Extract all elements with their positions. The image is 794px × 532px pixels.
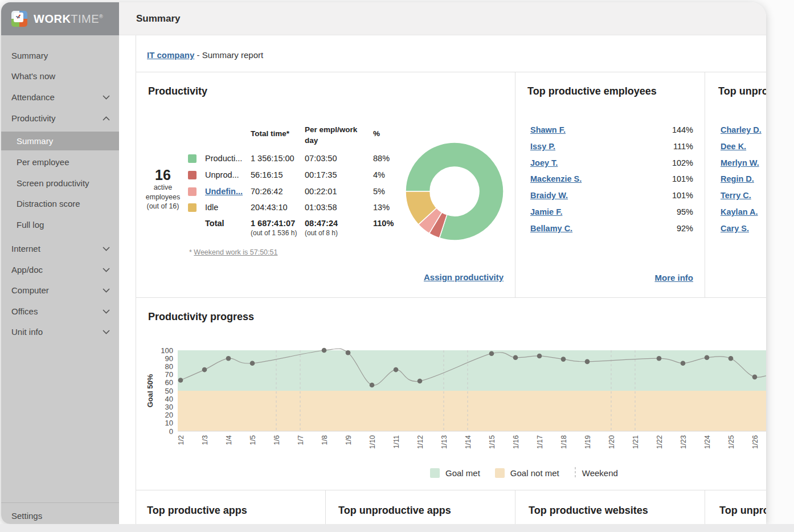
weekend-work-link[interactable]: Weekend work is 57:50:51	[194, 248, 277, 256]
legend-label: Weekend	[582, 468, 618, 478]
undefined-swatch	[188, 187, 197, 196]
employee-link[interactable]: Terry C.	[721, 187, 751, 204]
brand-name: WORKTIME®	[34, 13, 103, 26]
svg-text:50: 50	[165, 387, 173, 395]
sidebar-item-full-log[interactable]: Full log	[1, 216, 119, 234]
sidebar-item-label: App/doc	[11, 265, 43, 275]
svg-text:1/12: 1/12	[416, 435, 424, 449]
sidebar-item-per-employee[interactable]: Per employee	[1, 153, 119, 171]
employee-pct: 111%	[673, 138, 693, 155]
employee-link[interactable]: Merlyn W.	[721, 155, 759, 171]
top-productive-apps-panel: Top productive apps	[136, 490, 325, 524]
employee-link[interactable]: Kaylan A.	[721, 204, 758, 220]
sidebar-item-whats-now[interactable]: What's now	[1, 67, 119, 85]
employee-link[interactable]: Charley D.	[721, 122, 762, 138]
sidebar: Summary What's now Attendance Productivi…	[1, 35, 119, 524]
row-total: 204:43:10	[251, 199, 288, 216]
sidebar-divider	[1, 502, 119, 503]
sidebar-item-distraction-score[interactable]: Distraction score	[1, 195, 119, 212]
employee-pct: 102%	[672, 155, 693, 171]
svg-text:1/7: 1/7	[297, 435, 305, 445]
chart-legend: Goal met Goal not met Weekend	[430, 467, 618, 478]
panel-title: Productivity	[148, 85, 207, 97]
productivity-donut-chart	[392, 129, 517, 254]
sidebar-item-productivity[interactable]: Productivity	[1, 109, 119, 127]
sidebar-item-label: Unit info	[11, 327, 43, 337]
active-label: active	[138, 183, 188, 193]
column-header-per-empl: Per empl/work day	[305, 124, 364, 146]
weekend-dashed-line-icon	[574, 467, 576, 478]
sidebar-item-attendance[interactable]: Attendance	[1, 88, 119, 106]
sidebar-item-unit-info[interactable]: Unit info	[1, 323, 119, 341]
sidebar-item-label: Per employee	[17, 157, 69, 167]
svg-text:1/22: 1/22	[656, 435, 664, 449]
sidebar-item-settings[interactable]: Settings	[1, 507, 119, 524]
employee-row: Regin D.	[705, 171, 766, 187]
row-per: 00:22:01	[305, 183, 337, 200]
employee-row: Cary S.	[705, 220, 766, 237]
employee-link[interactable]: Dee K.	[721, 138, 746, 155]
sidebar-item-computer[interactable]: Computer	[1, 281, 119, 299]
row-label: Idle	[205, 199, 218, 216]
svg-text:1/16: 1/16	[512, 435, 520, 449]
sidebar-item-label: Computer	[11, 285, 49, 295]
breadcrumb-company-link[interactable]: IT company	[147, 50, 194, 60]
employee-pct: 101%	[672, 187, 693, 204]
sidebar-item-summary[interactable]: Summary	[1, 47, 119, 64]
svg-text:1/2: 1/2	[177, 435, 185, 445]
employee-row: Bellamy C.92%	[515, 220, 705, 237]
employee-row: Merlyn W.	[705, 155, 766, 171]
row-per: 01:03:58	[305, 199, 337, 216]
worktime-clock-icon	[11, 11, 27, 27]
employee-link[interactable]: Mackenzie S.	[530, 171, 582, 187]
top-unproductive-employees-panel: Top unproductive employees Charley D. De…	[705, 72, 766, 297]
goal-met-swatch	[430, 468, 440, 478]
row-pct: 4%	[373, 167, 385, 183]
chevron-down-icon	[103, 247, 110, 251]
sidebar-item-label: Settings	[11, 511, 42, 521]
svg-text:1/24: 1/24	[703, 435, 711, 449]
sidebar-item-internet[interactable]: Internet	[1, 240, 119, 257]
chevron-down-icon	[103, 309, 110, 314]
sidebar-item-productivity-summary[interactable]: Summary	[1, 132, 119, 150]
sidebar-item-label: Internet	[11, 244, 40, 253]
active-employees-count: 16	[138, 167, 188, 183]
chevron-down-icon	[103, 95, 110, 100]
svg-text:1/6: 1/6	[273, 435, 281, 445]
employee-row: Joey T.102%	[515, 155, 705, 171]
row-total: 70:26:42	[251, 183, 283, 200]
legend-item-goal-met: Goal met	[430, 468, 480, 478]
employee-link[interactable]: Bellamy C.	[530, 220, 572, 237]
employee-link[interactable]: Cary S.	[721, 220, 749, 237]
undefined-link[interactable]: Undefin...	[205, 183, 243, 200]
row-label: Unprod...	[205, 167, 239, 183]
svg-text:100: 100	[161, 346, 173, 355]
employee-row: Terry C.	[705, 187, 766, 204]
assign-productivity-link[interactable]: Assign productivity	[424, 272, 504, 282]
employee-row: Kaylan A.	[705, 204, 766, 220]
panel-title: Top unproductive websites	[719, 505, 766, 517]
legend-label: Goal met	[445, 468, 480, 478]
sidebar-item-screen-productivity[interactable]: Screen productivity	[1, 174, 119, 192]
sidebar-item-label: Attendance	[11, 92, 55, 102]
row-label: Total	[205, 215, 224, 232]
employee-link[interactable]: Regin D.	[721, 171, 754, 187]
employee-link[interactable]: Braidy W.	[530, 187, 568, 204]
employee-link[interactable]: Jamie F.	[530, 204, 562, 220]
total-note: (out of 1 536 h)	[251, 229, 297, 237]
employee-pct: 101%	[672, 171, 693, 187]
panel-title: Top productive employees	[527, 85, 657, 97]
svg-text:1/17: 1/17	[536, 435, 544, 449]
chevron-up-icon	[103, 116, 110, 121]
svg-text:1/8: 1/8	[321, 435, 329, 445]
sidebar-item-app-doc[interactable]: App/doc	[1, 261, 119, 279]
employee-link[interactable]: Joey T.	[530, 155, 558, 171]
top-bar: WORKTIME® Summary	[1, 2, 766, 35]
sidebar-item-offices[interactable]: Offices	[1, 302, 119, 320]
app-logo: WORKTIME®	[1, 2, 119, 35]
employee-row: Dee K.	[705, 138, 766, 155]
employee-link[interactable]: Issy P.	[530, 138, 555, 155]
weekend-footnote: * Weekend work is 57:50:51	[189, 248, 277, 256]
more-info-link[interactable]: More info	[655, 273, 694, 283]
employee-link[interactable]: Shawn F.	[530, 122, 566, 138]
